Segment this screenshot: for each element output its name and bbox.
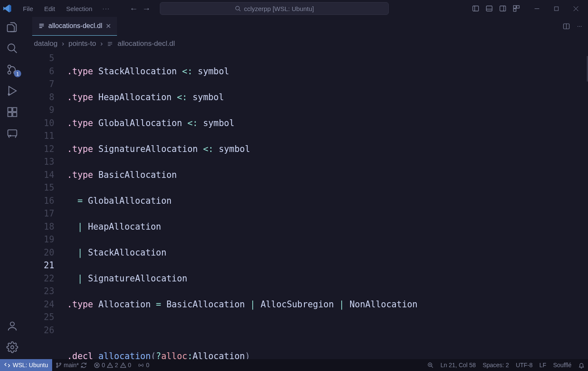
svg-rect-4: [513, 6, 516, 8]
toggle-sidebar-icon[interactable]: [472, 5, 479, 12]
split-editor-icon[interactable]: [563, 22, 570, 30]
source-control-icon[interactable]: 1: [0, 64, 25, 76]
svg-point-26: [141, 365, 142, 366]
cursor-position[interactable]: Ln 21, Col 58: [437, 362, 479, 368]
editor-area: allocations-decl.dl ✕ ··· datalog › poin…: [25, 17, 588, 359]
menu-file[interactable]: File: [18, 3, 38, 14]
svg-point-11: [8, 71, 11, 74]
command-center[interactable]: cclyzerpp [WSL: Ubuntu]: [160, 2, 389, 15]
explorer-icon[interactable]: [0, 21, 25, 33]
breadcrumb-seg[interactable]: datalog: [34, 39, 58, 48]
tab-actions: ···: [563, 22, 588, 30]
remote-indicator[interactable]: WSL: Ubuntu: [0, 359, 52, 371]
svg-rect-16: [13, 108, 17, 112]
svg-point-9: [8, 65, 11, 68]
svg-point-0: [236, 6, 240, 10]
breadcrumb-seg[interactable]: points-to: [68, 39, 96, 48]
nav-back-icon[interactable]: ←: [129, 4, 138, 14]
remote-label: WSL: Ubuntu: [13, 362, 48, 368]
svg-rect-14: [8, 112, 12, 116]
title-bar: File Edit Selection ··· ← → cclyzerpp [W…: [0, 0, 588, 17]
tab-allocations-decl[interactable]: allocations-decl.dl ✕: [32, 17, 117, 36]
vscode-logo-icon: [3, 4, 12, 13]
svg-rect-3: [500, 6, 506, 11]
minimap[interactable]: [581, 52, 588, 359]
svg-point-24: [56, 366, 58, 367]
svg-rect-7: [555, 7, 558, 11]
more-actions-icon[interactable]: ···: [577, 22, 582, 30]
minimize-button[interactable]: [527, 0, 546, 17]
ports-indicator[interactable]: 0: [134, 362, 153, 368]
svg-point-23: [60, 363, 61, 364]
activity-bar: 1: [0, 17, 25, 359]
eol[interactable]: LF: [536, 362, 549, 368]
line-gutter: 5 6 7 8 9 10 11 12 13 14 15 16 17 18 19 …: [25, 52, 67, 359]
settings-gear-icon[interactable]: [0, 341, 25, 353]
menu-selection[interactable]: Selection: [61, 3, 98, 14]
sync-icon[interactable]: [81, 362, 87, 368]
customize-layout-icon[interactable]: [513, 5, 520, 12]
menu-edit[interactable]: Edit: [39, 3, 60, 14]
indentation[interactable]: Spaces: 2: [479, 362, 512, 368]
problems-indicator[interactable]: 0 2 0: [90, 362, 134, 368]
toggle-secondary-sidebar-icon[interactable]: [499, 5, 507, 12]
zoom-indicator[interactable]: [424, 362, 437, 368]
encoding[interactable]: UTF-8: [513, 362, 536, 368]
chevron-right-icon: ›: [100, 39, 103, 48]
svg-point-20: [11, 346, 14, 349]
command-center-text: cclyzerpp [WSL: Ubuntu]: [244, 5, 314, 12]
notifications-icon[interactable]: [575, 362, 588, 368]
extensions-icon[interactable]: [0, 106, 25, 118]
tab-close-icon[interactable]: ✕: [106, 22, 111, 30]
tab-label: allocations-decl.dl: [48, 22, 102, 30]
svg-rect-2: [486, 6, 492, 11]
accounts-icon[interactable]: [0, 320, 25, 332]
breadcrumbs[interactable]: datalog › points-to › allocations-decl.d…: [25, 36, 588, 52]
maximize-button[interactable]: [546, 0, 566, 17]
app-menu: File Edit Selection ···: [18, 3, 114, 14]
svg-rect-5: [517, 6, 519, 8]
tab-bar: allocations-decl.dl ✕ ···: [25, 17, 588, 36]
remote-explorer-icon[interactable]: [0, 127, 25, 139]
status-bar: WSL: Ubuntu main* 0 2 0 0 Ln 21, Col 58 …: [0, 359, 588, 371]
language-mode[interactable]: Soufflé: [550, 362, 575, 368]
search-icon[interactable]: [0, 42, 25, 54]
code-content[interactable]: .type StackAllocation <: symbol .type He…: [67, 52, 588, 359]
menu-more-icon[interactable]: ···: [98, 3, 114, 14]
svg-rect-6: [513, 9, 516, 11]
nav-forward-icon[interactable]: →: [142, 4, 150, 14]
svg-rect-15: [13, 112, 17, 116]
nav-arrows: ← →: [129, 4, 150, 14]
window-controls: [527, 0, 585, 17]
svg-point-22: [56, 363, 58, 364]
scm-badge: 1: [14, 70, 21, 77]
svg-point-18: [10, 135, 11, 136]
svg-rect-17: [8, 130, 17, 136]
code-editor[interactable]: 5 6 7 8 9 10 11 12 13 14 15 16 17 18 19 …: [25, 52, 588, 359]
svg-point-12: [8, 93, 10, 96]
svg-point-19: [10, 322, 14, 326]
svg-rect-1: [473, 6, 479, 11]
layout-controls: [472, 5, 520, 12]
svg-rect-13: [8, 108, 12, 112]
git-branch[interactable]: main*: [52, 362, 90, 368]
svg-point-8: [8, 44, 15, 51]
toggle-panel-icon[interactable]: [485, 5, 493, 12]
close-button[interactable]: [566, 0, 585, 17]
chevron-right-icon: ›: [62, 39, 64, 48]
breadcrumb-seg[interactable]: allocations-decl.dl: [117, 39, 175, 48]
run-debug-icon[interactable]: [0, 85, 25, 97]
